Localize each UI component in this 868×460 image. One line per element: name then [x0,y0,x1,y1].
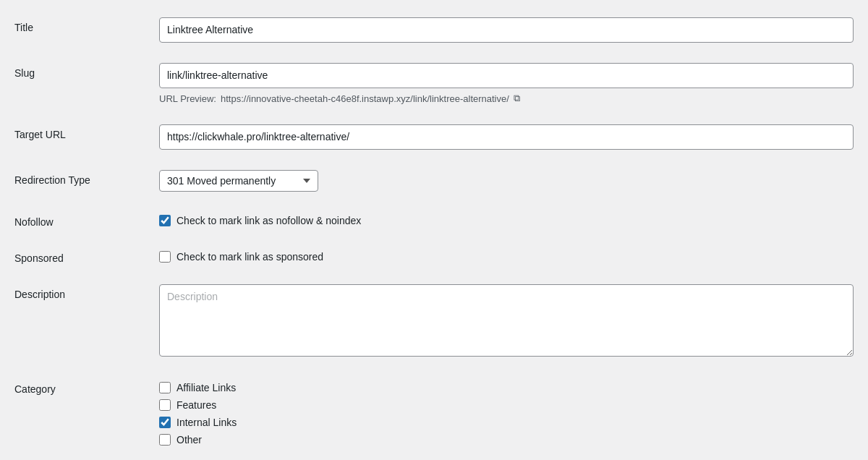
nofollow-checkbox[interactable] [159,215,171,226]
title-label: Title [14,17,159,33]
category-label: Category [14,379,159,395]
sponsored-field: Check to mark link as sponsored [159,248,854,263]
sponsored-checkbox-row: Check to mark link as sponsored [159,248,854,263]
list-item: Features [159,399,854,411]
redirection-type-label: Redirection Type [14,170,159,186]
category-field: Affiliate Links Features Internal Links … [159,379,854,446]
category-checkbox-affiliate[interactable] [159,382,171,393]
nofollow-checkbox-row: Check to mark link as nofollow & noindex [159,212,854,226]
slug-field: URL Preview: https://innovative-cheetah-… [159,63,854,104]
sponsored-row: Sponsored Check to mark link as sponsore… [14,245,854,267]
title-input[interactable] [159,17,854,43]
nofollow-row: Nofollow Check to mark link as nofollow … [14,209,854,231]
nofollow-label: Nofollow [14,212,159,228]
target-url-label: Target URL [14,124,159,140]
target-url-input[interactable] [159,124,854,150]
category-label-internal[interactable]: Internal Links [176,417,237,428]
nofollow-field: Check to mark link as nofollow & noindex [159,212,854,226]
url-preview-url: https://innovative-cheetah-c46e8f.instaw… [221,93,509,104]
category-label-affiliate[interactable]: Affiliate Links [176,382,236,393]
title-field [159,17,854,43]
category-row: Category Affiliate Links Features Intern… [14,376,854,448]
target-url-field [159,124,854,150]
description-row: Description [14,281,854,362]
form-container: Title Slug URL Preview: https://innovati… [0,0,868,460]
slug-input[interactable] [159,63,854,88]
sponsored-checkbox-label[interactable]: Check to mark link as sponsored [176,251,323,263]
url-preview-prefix: URL Preview: [159,93,216,104]
description-field [159,284,854,359]
list-item: Other [159,434,854,446]
category-list: Affiliate Links Features Internal Links … [159,379,854,446]
target-url-row: Target URL [14,122,854,153]
redirection-type-select[interactable]: 301 Moved permanently 302 Found 307 Temp… [159,170,318,192]
sponsored-checkbox[interactable] [159,251,171,263]
description-textarea[interactable] [159,284,854,357]
list-item: Internal Links [159,417,854,428]
category-checkbox-other[interactable] [159,434,171,446]
category-checkbox-internal[interactable] [159,417,171,428]
sponsored-label: Sponsored [14,248,159,264]
redirection-type-field: 301 Moved permanently 302 Found 307 Temp… [159,170,854,192]
slug-label: Slug [14,63,159,79]
redirection-type-row: Redirection Type 301 Moved permanently 3… [14,167,854,195]
url-preview: URL Preview: https://innovative-cheetah-… [159,93,854,104]
copy-icon[interactable]: ⧉ [514,93,520,104]
category-label-other[interactable]: Other [176,434,202,446]
category-checkbox-features[interactable] [159,399,171,411]
category-label-features[interactable]: Features [176,399,216,411]
description-label: Description [14,284,159,300]
slug-row: Slug URL Preview: https://innovative-che… [14,60,854,107]
list-item: Affiliate Links [159,382,854,393]
nofollow-checkbox-label[interactable]: Check to mark link as nofollow & noindex [176,215,361,226]
title-row: Title [14,14,854,46]
